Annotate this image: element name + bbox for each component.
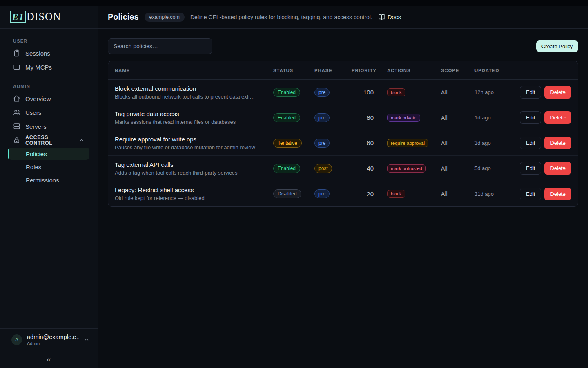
page-title: Policies (108, 12, 139, 22)
delete-button[interactable]: Delete (544, 188, 571, 200)
sidebar-item-label: Servers (25, 123, 47, 130)
sidebar-item-sessions[interactable]: Sessions (8, 47, 89, 60)
table-row: Require approval for write ops Pauses an… (108, 130, 578, 156)
table-row: Block external communication Blocks all … (108, 80, 578, 105)
updated-value: 12h ago (474, 89, 519, 95)
server-icon (13, 123, 20, 130)
home-icon (13, 95, 20, 102)
status-badge: Disabled (273, 189, 301, 198)
scope-value: All (441, 140, 474, 146)
updated-value: 1d ago (474, 114, 519, 121)
column-header-name: NAME (115, 68, 273, 73)
table-row: Tag private data access Marks sessions t… (108, 105, 578, 130)
policy-name: Block external communication (115, 85, 273, 92)
column-header-phase: PHASE (314, 68, 352, 73)
policy-description: Blocks all outbound network tool calls t… (115, 94, 273, 100)
priority-value: 40 (352, 165, 387, 172)
scope-value: All (441, 89, 474, 96)
user-menu[interactable]: A admin@example.c… Admin (0, 328, 98, 352)
updated-value: 3d ago (474, 140, 519, 146)
edit-button[interactable]: Edit (520, 137, 541, 149)
status-badge: Enabled (273, 88, 300, 97)
users-icon (13, 109, 20, 116)
edit-button[interactable]: Edit (520, 86, 541, 99)
toolbar: Create Policy (108, 38, 578, 54)
access-control-subnav: Policies Roles Permissions (8, 148, 89, 186)
sidebar-item-label: Policies (26, 150, 47, 157)
sidebar-item-label: Roles (26, 164, 41, 171)
action-badge: mark untrusted (387, 164, 426, 173)
create-policy-button[interactable]: Create Policy (536, 40, 578, 52)
top-strip (0, 0, 588, 6)
logo[interactable]: E1DISON (0, 6, 98, 29)
docs-label: Docs (388, 14, 401, 20)
table-row: Tag external API calls Adds a tag when t… (108, 156, 578, 181)
sidebar-item-overview[interactable]: Overview (8, 92, 89, 105)
sidebar-item-label: Sessions (25, 50, 50, 57)
chevron-up-icon (79, 137, 85, 143)
sidebar-item-my-mcps[interactable]: My MCPs (8, 61, 89, 74)
action-badge: require approval (387, 139, 428, 147)
delete-button[interactable]: Delete (544, 162, 571, 175)
priority-value: 80 (352, 114, 387, 121)
scope-value: All (441, 114, 474, 121)
sidebar-group-label: ACCESS CONTROL (25, 135, 69, 146)
book-open-icon (378, 13, 385, 20)
policy-description: Adds a tag when tool calls reach third-p… (115, 170, 273, 176)
priority-value: 60 (352, 139, 387, 146)
section-label-user: USER (13, 38, 89, 43)
user-email: admin@example.c… (27, 334, 79, 340)
priority-value: 100 (352, 89, 387, 96)
delete-button[interactable]: Delete (544, 137, 571, 149)
table-header: NAME STATUS PHASE PRIORITY ACTIONS SCOPE… (108, 61, 578, 80)
phase-badge: pre (314, 189, 330, 198)
policies-table: NAME STATUS PHASE PRIORITY ACTIONS SCOPE… (108, 61, 578, 207)
main-area: Policies example.com Define CEL-based po… (98, 6, 588, 368)
sidebar-item-label: Users (25, 109, 41, 116)
page-description: Define CEL-based policy rules for blocki… (190, 14, 372, 20)
status-badge: Enabled (273, 113, 300, 122)
sidebar-item-label: Permissions (26, 177, 59, 184)
docs-link[interactable]: Docs (378, 13, 401, 20)
sidebar-item-permissions[interactable]: Permissions (8, 174, 89, 186)
policy-description: Old rule kept for reference — disabled (115, 195, 273, 201)
edit-button[interactable]: Edit (520, 188, 541, 200)
sidebar-collapse-button[interactable]: « (47, 355, 51, 364)
sidebar-divider (8, 79, 89, 79)
phase-badge: pre (314, 139, 330, 148)
sidebar-item-label: My MCPs (25, 64, 52, 71)
action-badge: mark private (387, 114, 420, 122)
server-card-icon (13, 63, 20, 71)
policy-name: Legacy: Restrict shell access (115, 186, 273, 193)
sidebar-nav: USER Sessions My MCPs ADMIN Overview (0, 29, 98, 187)
sidebar-item-servers[interactable]: Servers (8, 120, 89, 133)
sidebar-item-label: Overview (25, 95, 51, 102)
delete-button[interactable]: Delete (544, 86, 571, 99)
section-label-admin: ADMIN (13, 84, 89, 89)
sidebar-item-roles[interactable]: Roles (8, 161, 89, 173)
logo-mark: E1 (10, 11, 26, 23)
updated-value: 31d ago (474, 191, 519, 197)
delete-button[interactable]: Delete (544, 111, 571, 124)
logo-text: DISON (27, 11, 61, 23)
sidebar-item-policies[interactable]: Policies (8, 148, 89, 160)
search-input[interactable] (108, 38, 212, 54)
sidebar-item-users[interactable]: Users (8, 106, 89, 119)
updated-value: 5d ago (474, 165, 519, 171)
action-badge: block (387, 190, 405, 198)
status-badge: Tentative (273, 139, 302, 148)
sidebar-group-access-control[interactable]: ACCESS CONTROL (8, 134, 89, 147)
column-header-actions: ACTIONS (387, 68, 441, 73)
policy-name: Require approval for write ops (115, 136, 273, 143)
edit-button[interactable]: Edit (520, 111, 541, 124)
sidebar-footer: A admin@example.c… Admin « (0, 328, 98, 368)
lock-icon (13, 137, 20, 144)
column-header-scope: SCOPE (441, 68, 474, 73)
edit-button[interactable]: Edit (520, 162, 541, 175)
column-header-updated: UPDATED (474, 68, 519, 73)
policy-description: Marks sessions that read internal files … (115, 119, 273, 125)
status-badge: Enabled (273, 164, 300, 173)
scope-value: All (441, 191, 474, 197)
sidebar: E1DISON USER Sessions My MCPs ADMIN (0, 6, 98, 368)
app-shell: E1DISON USER Sessions My MCPs ADMIN (0, 6, 588, 368)
